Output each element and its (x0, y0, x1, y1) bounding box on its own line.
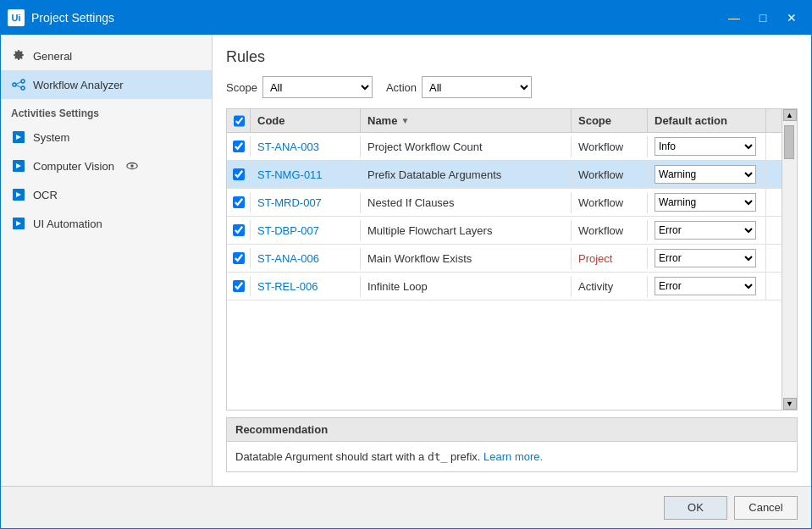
row5-name: Main Workflow Exists (361, 248, 572, 269)
footer: OK Cancel (1, 486, 811, 528)
row2-name: Prefix Datatable Arguments (361, 164, 572, 185)
row4-check-cell (227, 220, 251, 240)
row3-spacer (766, 198, 782, 207)
sidebar-general-label: General (33, 50, 72, 63)
gear-icon (11, 48, 26, 63)
row4-name: Multiple Flowchart Layers (361, 220, 572, 241)
row5-action-select[interactable]: Info Warning Error (655, 249, 756, 267)
table-row: ST-REL-006 Infinite Loop Activity Info W… (227, 273, 782, 300)
name-sort-icon: ▼ (400, 116, 409, 125)
row6-name: Infinite Loop (361, 276, 572, 297)
window-title: Project Settings (31, 11, 721, 25)
table-row[interactable]: ST-NMG-011 Prefix Datatable Arguments Wo… (227, 161, 782, 189)
table-row: ST-ANA-006 Main Workflow Exists Project … (227, 245, 782, 273)
svg-point-2 (21, 86, 25, 90)
th-name: Name ▼ (361, 109, 572, 132)
minimize-button[interactable]: — (721, 6, 747, 30)
scope-select[interactable]: All Workflow Project Activity (262, 76, 373, 98)
table-row: ST-ANA-003 Project Workflow Count Workfl… (227, 133, 782, 161)
maximize-button[interactable]: □ (750, 6, 776, 30)
ok-button[interactable]: OK (664, 496, 727, 520)
row3-name: Nested If Clauses (361, 192, 572, 213)
row2-scope: Workflow (572, 164, 648, 185)
sidebar-item-system[interactable]: System (1, 123, 212, 152)
row6-check-cell (227, 276, 251, 296)
recommendation-learn-more-link[interactable]: Learn more. (483, 450, 543, 463)
ui-automation-arrow-icon (11, 216, 26, 231)
row1-checkbox[interactable] (233, 141, 245, 152)
rules-table: Code Name ▼ Scope Default action (226, 108, 782, 411)
main-panel: Rules Scope All Workflow Project Activit… (213, 35, 811, 486)
row1-action[interactable]: Info Warning Error (648, 133, 766, 160)
sidebar-cv-label: Computer Vision (33, 160, 114, 173)
th-scope: Scope (572, 109, 648, 132)
sidebar-item-workflow-analyzer[interactable]: Workflow Analyzer (1, 70, 212, 99)
row2-check-cell (227, 164, 251, 185)
activities-settings-label: Activities Settings (1, 99, 212, 123)
row5-check-cell (227, 248, 251, 268)
sidebar-item-general[interactable]: General (1, 41, 212, 70)
scroll-down-button[interactable]: ▼ (783, 398, 797, 410)
action-filter-group: Action All Info Warning Error (386, 76, 532, 98)
scroll-up-button[interactable]: ▲ (783, 109, 797, 121)
row5-scope: Project (572, 248, 648, 269)
row5-checkbox[interactable] (233, 252, 245, 264)
row1-check-cell (227, 136, 251, 157)
page-title: Rules (226, 48, 798, 66)
row3-action[interactable]: Info Warning Error (648, 189, 766, 216)
th-check (227, 109, 251, 132)
svg-line-3 (16, 82, 21, 85)
close-button[interactable]: ✕ (779, 6, 804, 30)
vertical-scrollbar[interactable]: ▲ ▼ (782, 108, 798, 411)
row4-action-select[interactable]: Info Warning Error (655, 221, 756, 240)
recommendation-code: dt_ (428, 450, 447, 463)
table-row: ST-MRD-007 Nested If Clauses Workflow In… (227, 189, 782, 217)
action-filter-label: Action (386, 81, 417, 94)
svg-point-0 (13, 83, 16, 86)
row3-code: ST-MRD-007 (251, 192, 361, 213)
row1-scope: Workflow (572, 136, 648, 157)
scope-filter-label: Scope (226, 81, 257, 94)
row6-action[interactable]: Info Warning Error (648, 273, 766, 300)
app-icon: Ui (8, 9, 25, 26)
sidebar-item-computer-vision[interactable]: Computer Vision (1, 152, 212, 180)
row3-scope: Workflow (572, 192, 648, 213)
svg-line-4 (16, 85, 21, 88)
svg-point-10 (130, 164, 134, 168)
row1-code: ST-ANA-003 (251, 136, 361, 157)
row4-checkbox[interactable] (233, 224, 245, 236)
action-select[interactable]: All Info Warning Error (422, 76, 532, 98)
sidebar-item-ocr[interactable]: OCR (1, 180, 212, 209)
filter-row: Scope All Workflow Project Activity Acti… (226, 76, 798, 98)
row4-action[interactable]: Info Warning Error (648, 217, 766, 244)
table-area: Code Name ▼ Scope Default action (226, 108, 798, 411)
row3-checkbox[interactable] (233, 196, 245, 208)
th-scrollbar-spacer (766, 109, 782, 132)
workflow-icon (11, 77, 26, 92)
row1-action-select[interactable]: Info Warning Error (655, 137, 756, 156)
row3-action-select[interactable]: Info Warning Error (655, 193, 756, 212)
recommendation-panel: Recommendation Datatable Argument should… (226, 417, 798, 473)
content-area: General Workflow Analyzer Activities Set… (1, 35, 811, 486)
cancel-button[interactable]: Cancel (734, 496, 798, 520)
row3-check-cell (227, 192, 251, 212)
row1-name: Project Workflow Count (361, 136, 572, 157)
row2-action-select[interactable]: Info Warning Error (655, 165, 756, 184)
select-all-checkbox[interactable] (234, 115, 245, 127)
sidebar-item-ui-automation[interactable]: UI Automation (1, 209, 212, 238)
row2-spacer (766, 170, 782, 179)
row5-code: ST-ANA-006 (251, 248, 361, 269)
title-bar: Ui Project Settings — □ ✕ (1, 1, 811, 35)
row2-checkbox[interactable] (233, 168, 245, 180)
svg-point-1 (21, 80, 25, 83)
recommendation-text-before: Datatable Argument should start with a (235, 450, 428, 463)
row5-action[interactable]: Info Warning Error (648, 245, 766, 272)
row4-code: ST-DBP-007 (251, 220, 361, 241)
scroll-thumb[interactable] (784, 125, 794, 159)
row2-action[interactable]: Info Warning Error (648, 161, 766, 188)
row6-checkbox[interactable] (233, 280, 245, 292)
table-header: Code Name ▼ Scope Default action (227, 109, 782, 133)
recommendation-body: Datatable Argument should start with a d… (227, 442, 797, 472)
row6-action-select[interactable]: Info Warning Error (655, 277, 756, 295)
row1-spacer (766, 142, 782, 151)
